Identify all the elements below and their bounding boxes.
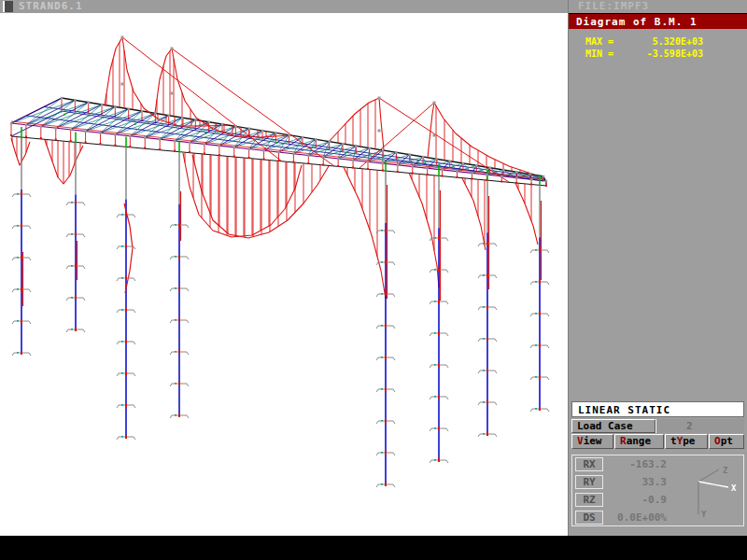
- max-value: 5.320E+03: [628, 35, 703, 48]
- opt-button[interactable]: Opt: [709, 434, 744, 449]
- view-button[interactable]: View: [571, 434, 613, 449]
- svg-text:Z: Z: [723, 466, 728, 475]
- orientation-axes-icon: Z X Y: [676, 461, 738, 523]
- range-button[interactable]: Range: [614, 434, 664, 449]
- app-title: STRAND6.1: [19, 0, 83, 13]
- file-label: FILE:IMPF3: [578, 0, 649, 12]
- rx-value: -163.2: [603, 458, 667, 470]
- ry-value: 33.3: [603, 476, 667, 488]
- ry-label: RY: [575, 475, 603, 489]
- model-viewport[interactable]: [0, 13, 568, 536]
- load-case-row: Load Case 2: [571, 419, 744, 433]
- min-value: -3.598E+03: [628, 48, 703, 60]
- title-bar: STRAND6.1: [0, 0, 568, 13]
- svg-text:Y: Y: [701, 510, 707, 519]
- max-label: MAX =: [585, 35, 628, 48]
- svg-text:X: X: [731, 483, 737, 493]
- load-case-value: 2: [655, 419, 744, 433]
- min-label: MIN =: [585, 48, 628, 60]
- load-case-button[interactable]: Load Case: [571, 419, 655, 433]
- type-button[interactable]: tYpe: [665, 434, 708, 449]
- ds-value: 0.0E+00%: [603, 511, 667, 524]
- view-status-box: RX -163.2 RY 33.3 RZ -0.9 DS 0.0E+00% Z …: [571, 455, 744, 526]
- rz-value: -0.9: [603, 494, 667, 506]
- result-extremes: MAX = 5.320E+03 MIN = -3.598E+03: [585, 35, 743, 60]
- bottom-bar: [0, 536, 747, 560]
- rz-label: RZ: [575, 493, 603, 507]
- rx-label: RX: [575, 457, 603, 471]
- ds-label: DS: [575, 511, 603, 525]
- min-row: MIN = -3.598E+03: [585, 48, 743, 60]
- side-panel: FILE:IMPF3 Diagram of B.M. 1 MAX = 5.320…: [568, 0, 747, 536]
- diagram-header: Diagram of B.M. 1: [569, 13, 747, 29]
- analysis-type-display: LINEAR STATIC: [571, 401, 744, 417]
- file-bar: FILE:IMPF3: [569, 0, 747, 13]
- max-row: MAX = 5.320E+03: [585, 35, 743, 48]
- application-window: STRAND6.1 FILE:IMPF3 Diagram of B.M. 1 M…: [0, 0, 747, 560]
- menu-bar: View Range tYpe Opt: [571, 434, 744, 449]
- window-system-icon[interactable]: [3, 1, 13, 12]
- bridge-model-drawing: [0, 13, 568, 536]
- diagram-title: Diagram of B.M. 1: [576, 16, 698, 28]
